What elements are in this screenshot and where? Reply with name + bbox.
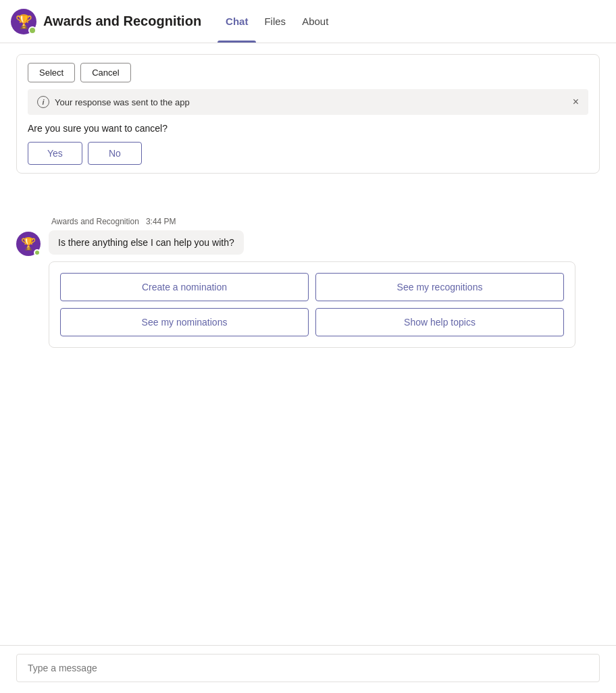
spacer (16, 184, 600, 211)
bot-message-meta: Awards and Recognition 3:44 PM (51, 217, 600, 226)
tab-about[interactable]: About (294, 0, 336, 43)
tab-files[interactable]: Files (256, 0, 294, 43)
app-title: Awards and Recognition (43, 14, 201, 29)
header-nav: Chat Files About (217, 0, 336, 43)
cancel-question-text: Are you sure you want to cancel? (28, 123, 588, 134)
bot-sender-name: Awards and Recognition (51, 217, 139, 226)
bot-bubble-text: Is there anything else I can help you wi… (49, 230, 244, 255)
banner-text: Your response was sent to the app (55, 97, 567, 107)
yes-button[interactable]: Yes (28, 142, 82, 165)
banner-close-button[interactable]: × (573, 97, 579, 107)
top-message-card: Select Cancel i Your response was sent t… (16, 54, 600, 174)
bot-avatar-icon: 🏆 (21, 236, 36, 251)
app-header: 🏆 Awards and Recognition Chat Files Abou… (0, 0, 616, 43)
show-help-button[interactable]: Show help topics (315, 308, 564, 336)
bot-avatar: 🏆 (16, 232, 41, 256)
see-nominations-button[interactable]: See my nominations (60, 308, 309, 336)
cancel-button[interactable]: Cancel (80, 63, 130, 82)
bot-message-row: 🏆 Is there anything else I can help you … (16, 230, 600, 348)
app-logo: 🏆 (11, 9, 36, 34)
bottom-spacer (16, 353, 600, 380)
bot-action-card: Create a nomination See my recognitions … (49, 261, 575, 348)
action-buttons-grid: Create a nomination See my recognitions … (60, 273, 564, 336)
select-button[interactable]: Select (28, 63, 75, 82)
message-input[interactable] (16, 654, 600, 682)
yes-no-row: Yes No (28, 142, 588, 165)
create-nomination-button[interactable]: Create a nomination (60, 273, 309, 301)
message-input-area (0, 645, 616, 693)
no-button[interactable]: No (88, 142, 142, 165)
see-recognitions-button[interactable]: See my recognitions (315, 273, 564, 301)
online-status-dot (28, 26, 36, 34)
chat-area: Select Cancel i Your response was sent t… (0, 43, 616, 645)
bot-online-dot (34, 249, 41, 256)
info-icon: i (37, 96, 49, 108)
bot-message-content: Is there anything else I can help you wi… (49, 230, 600, 348)
card-top-buttons-row: Select Cancel (28, 63, 588, 82)
bot-message-section: Awards and Recognition 3:44 PM 🏆 Is ther… (16, 217, 600, 348)
tab-chat[interactable]: Chat (217, 0, 256, 43)
bot-message-time: 3:44 PM (146, 217, 176, 226)
response-banner: i Your response was sent to the app × (28, 89, 588, 115)
